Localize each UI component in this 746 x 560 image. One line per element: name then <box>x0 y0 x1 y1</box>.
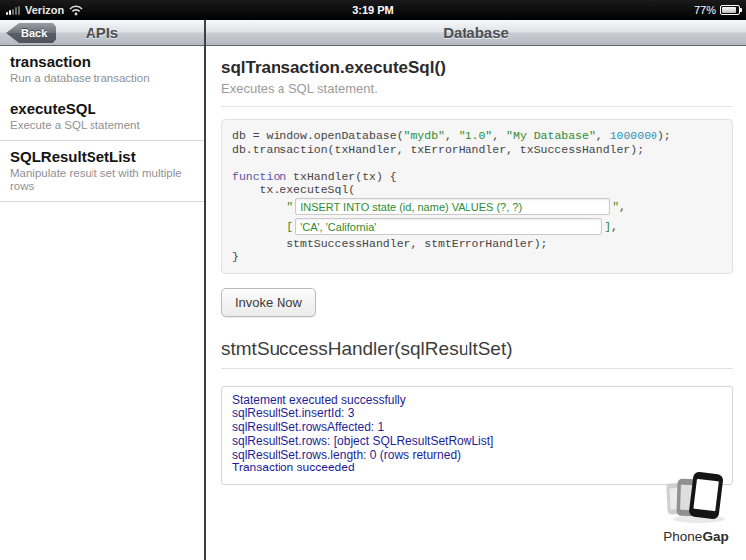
navigation-row: Back APIs Database <box>0 20 746 46</box>
phonegap-wordmark: PhoneGap <box>654 529 738 544</box>
sidebar-item-executesql[interactable]: executeSQL Execute a SQL statement <box>0 93 204 141</box>
sidebar-item-title: SQLResultSetList <box>10 148 194 166</box>
battery-icon <box>720 5 740 15</box>
sidebar-item-subtitle: Manipulate result set with multiple rows <box>10 167 194 193</box>
code-sample: db = window.openDatabase("mydb", "1.0", … <box>221 119 733 274</box>
sidebar-item-transaction[interactable]: transaction Run a database transaction <box>0 46 204 93</box>
output-line: sqlResultSet.rowsAffected: 1 <box>232 421 722 435</box>
app-screen: Verizon 3:19 PM 77% Back APIs Database <box>0 0 746 560</box>
code-line-params-input: [], <box>232 217 722 237</box>
sidebar-item-title: executeSQL <box>10 100 194 118</box>
api-list-sidebar: transaction Run a database transaction e… <box>0 46 204 560</box>
sql-params-input[interactable] <box>295 218 602 235</box>
code-line: } <box>232 250 722 264</box>
code-line: stmtSuccessHandler, stmtErrorHandler); <box>232 237 722 251</box>
battery-percent-label: 77% <box>694 4 716 16</box>
sidebar-nav-bar: Back APIs <box>0 20 204 46</box>
main-panel: sqlTransaction.executeSql() Executes a S… <box>206 46 746 560</box>
phonegap-logo: PhoneGap <box>654 468 738 544</box>
main-nav-bar: Database <box>206 20 746 46</box>
output-line: Statement executed successfully <box>232 394 722 408</box>
sidebar-item-title: transaction <box>10 53 194 71</box>
sql-statement-input[interactable] <box>295 198 610 215</box>
section-divider <box>221 106 733 107</box>
code-line: db = window.openDatabase("mydb", "1.0", … <box>232 129 722 143</box>
output-line: sqlResultSet.rows: [object SQLResultSetR… <box>232 435 722 449</box>
back-button[interactable]: Back <box>6 23 56 43</box>
code-line: tx.executeSql( <box>232 183 722 197</box>
invoke-now-button[interactable]: Invoke Now <box>221 288 316 317</box>
output-line: Transaction succeeded <box>232 462 722 475</box>
status-bar: Verizon 3:19 PM 77% <box>0 0 746 20</box>
sidebar-item-subtitle: Execute a SQL statement <box>10 119 194 132</box>
sidebar-title: APIs <box>86 24 118 41</box>
code-line-sql-input: "", <box>232 197 722 217</box>
output-line: sqlResultSet.rows.length: 0 (rows return… <box>232 449 722 463</box>
code-line <box>232 156 722 170</box>
code-line: db.transaction(txHandler, txErrorHandler… <box>232 143 722 157</box>
section-divider <box>221 368 733 369</box>
handler-title: stmtSuccessHandler(sqlResultSet) <box>221 338 733 360</box>
phonegap-phones-icon <box>657 468 735 524</box>
clock-label: 3:19 PM <box>0 4 746 16</box>
page-title: Database <box>443 24 509 41</box>
sidebar-item-subtitle: Run a database transaction <box>10 72 194 85</box>
sidebar-item-sqlresultsetlist[interactable]: SQLResultSetList Manipulate result set w… <box>0 141 204 202</box>
api-method-description: Executes a SQL statement. <box>221 81 733 95</box>
api-method-title: sqlTransaction.executeSql() <box>221 58 733 78</box>
output-line: sqlResultSet.insertId: 3 <box>232 407 722 421</box>
code-line: function txHandler(tx) { <box>232 170 722 184</box>
